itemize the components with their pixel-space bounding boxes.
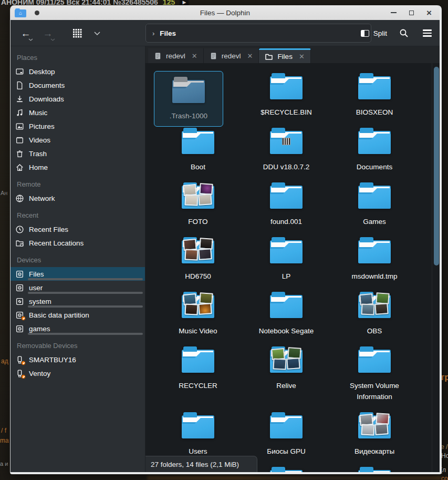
sidebar-item-games-device[interactable]: games (11, 322, 145, 335)
sidebar-item-ventoy[interactable]: Ventoy (11, 366, 145, 380)
video-tile (374, 303, 388, 315)
split-button[interactable]: Split (361, 29, 387, 37)
bg-text-fragment: ma (0, 437, 9, 444)
folder-item-msdownld[interactable]: msdownld.tmp (330, 235, 419, 282)
search-button[interactable] (398, 25, 410, 41)
folder-item-biosy-gpu[interactable]: Биосы GPU (242, 410, 330, 457)
sidebar-item-user-device[interactable]: user (11, 281, 145, 294)
sidebar-item-home[interactable]: Home (11, 160, 145, 174)
folder-item-foto[interactable]: FOTO (154, 180, 242, 228)
video-tile (273, 358, 286, 370)
folder-icon (358, 186, 391, 209)
sidebar-item-system-device[interactable]: system (11, 294, 145, 308)
disk-usage-bar (28, 333, 143, 335)
view-mode-dropdown[interactable] (90, 25, 104, 41)
forward-button[interactable]: → (41, 25, 55, 41)
menu-button[interactable] (421, 25, 433, 41)
folder-preview-icon (270, 131, 303, 154)
folder-view[interactable]: .Trash-1000 $RECYCLE.BIN BIOSXEON Boot (145, 63, 440, 472)
sidebar-item-downloads[interactable]: Downloads (11, 92, 145, 106)
status-text: 27 folders, 14 files (2,1 MiB) (151, 461, 239, 468)
tab-close-icon[interactable]: ✕ (192, 52, 197, 60)
folder-item-lp[interactable]: LP (242, 235, 330, 282)
tab-files[interactable]: Files ✕ (259, 48, 310, 63)
sidebar-item-network[interactable]: Network (11, 191, 145, 205)
sidebar-item-music[interactable]: Music (11, 106, 145, 119)
home-icon (15, 163, 24, 172)
back-history-caret[interactable] (28, 38, 33, 41)
folder-item-recycle-bin[interactable]: $RECYCLE.BIN (242, 71, 330, 118)
sidebar-item-desktop[interactable]: Desktop (11, 65, 145, 78)
bg-text-fragment: е / (441, 443, 447, 451)
folder-thumbnails-icon (182, 295, 214, 318)
sidebar-item-pictures[interactable]: Pictures (11, 119, 145, 133)
location-bar[interactable]: › Files (145, 24, 371, 43)
folder-item-obs[interactable]: OBS (330, 290, 419, 337)
sidebar-item-trash[interactable]: Trash (11, 147, 145, 160)
folder-item-users[interactable]: Users (154, 410, 242, 457)
folder-icon (270, 186, 303, 209)
dolphin-window: Files — Dolphin × ← → (10, 5, 442, 474)
folder-icon (358, 350, 391, 373)
folder-item-system-volume-information[interactable]: System Volume Information (330, 344, 419, 403)
download-icon (15, 95, 24, 104)
back-button[interactable]: ← (19, 25, 33, 41)
photo-tile (198, 248, 212, 260)
folder-item-trash-1000[interactable]: .Trash-1000 (154, 71, 223, 127)
folder-icon (270, 76, 303, 99)
maximize-button[interactable] (406, 7, 416, 18)
grid-view-icon (73, 29, 82, 38)
breadcrumb-chevron-icon: › (152, 29, 154, 37)
tab-redevl-2[interactable]: redevl ✕ (204, 48, 259, 63)
sidebar-item-videos[interactable]: Videos (11, 133, 145, 147)
folder-icon (270, 470, 303, 472)
tab-redevl-1[interactable]: redevl ✕ (148, 48, 204, 63)
window-titlebar[interactable]: Files — Dolphin × (11, 5, 440, 20)
sidebar-item-basic-data-partition[interactable]: Basic data partition (11, 308, 145, 322)
hard-drive-icon (15, 283, 24, 292)
bg-text-fragment: / f (1, 427, 6, 434)
sidebar-item-documents[interactable]: Documents (11, 78, 145, 92)
breadcrumb[interactable]: Files (160, 29, 176, 37)
folder-item-relive[interactable]: Relive (242, 344, 330, 392)
close-button[interactable]: × (424, 7, 434, 18)
folder-item-found-001[interactable]: found.001 (242, 180, 330, 228)
minimize-button[interactable] (388, 7, 399, 18)
sidebar-item-recent-files[interactable]: Recent Files (11, 222, 145, 236)
section-devices: Devices (11, 250, 145, 267)
folder-icon (182, 350, 214, 373)
section-recent: Recent (11, 205, 145, 222)
folder-item-hd6750[interactable]: HD6750 (154, 235, 242, 282)
disk-usage-bar (28, 305, 143, 308)
vertical-scrollbar[interactable] (432, 63, 440, 472)
folder-item-notebook-segate[interactable]: Notebook Segate (242, 290, 330, 337)
folder-thumbnails-icon (358, 295, 391, 318)
folder-icon (358, 131, 391, 154)
folder-item-biosxeon[interactable]: BIOSXEON (330, 71, 419, 118)
bg-text-fragment: Ан (1, 190, 7, 196)
tab-close-icon[interactable]: ✕ (299, 53, 305, 60)
scrollbar-thumb[interactable] (434, 67, 439, 265)
photo-tile (198, 303, 212, 315)
sidebar-item-smartbuy16[interactable]: SMARTBUY16 (11, 353, 145, 366)
folder-item-games[interactable]: Games (330, 180, 419, 228)
tab-close-icon[interactable]: ✕ (247, 52, 253, 60)
document-icon (15, 81, 24, 90)
folder-item-music-video[interactable]: Music Video (154, 290, 242, 337)
sidebar-item-files-device[interactable]: Files (11, 267, 145, 281)
folder-icon (358, 76, 391, 99)
folder-item-boot[interactable]: Boot (154, 126, 242, 173)
bg-text-fragment: а и (0, 461, 8, 467)
folder-item-partial[interactable] (330, 465, 419, 472)
forward-history-caret[interactable] (50, 38, 55, 41)
network-icon (15, 194, 24, 203)
maximize-icon (409, 11, 414, 15)
unmounted-emblem-icon (21, 316, 26, 321)
sidebar-item-recent-locations[interactable]: Recent Locations (11, 236, 145, 250)
icons-view-button[interactable] (70, 25, 84, 41)
folder-icon (182, 415, 214, 438)
folder-item-documents[interactable]: Documents (330, 126, 419, 173)
folder-item-videokarty[interactable]: Видеокарты (330, 410, 419, 457)
folder-item-recycler[interactable]: RECYCLER (154, 344, 242, 392)
folder-item-ddu[interactable]: DDU v18.0.7.2 (242, 126, 330, 173)
